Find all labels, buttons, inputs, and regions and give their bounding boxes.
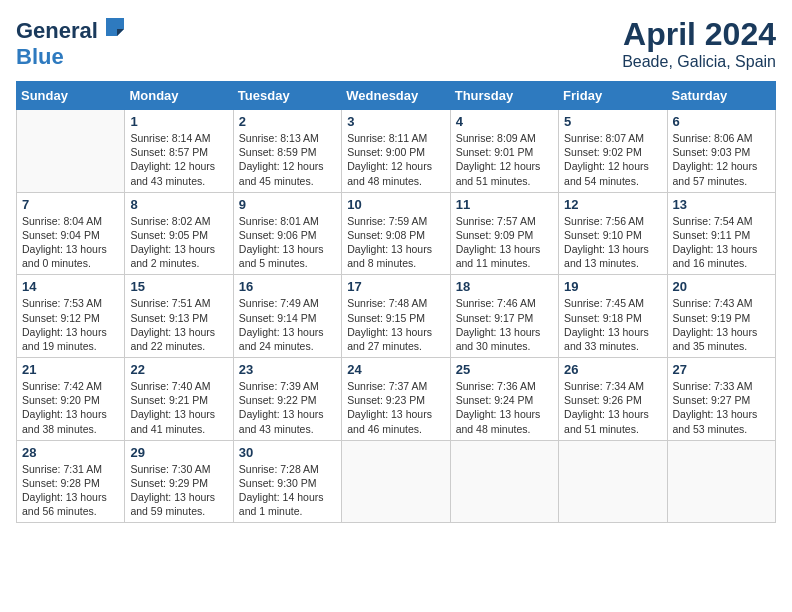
- day-number: 17: [347, 279, 444, 294]
- day-number: 22: [130, 362, 227, 377]
- day-info: Sunrise: 8:04 AMSunset: 9:04 PMDaylight:…: [22, 214, 119, 271]
- svg-marker-1: [117, 29, 124, 36]
- calendar-cell: 10Sunrise: 7:59 AMSunset: 9:08 PMDayligh…: [342, 192, 450, 275]
- calendar-week-3: 14Sunrise: 7:53 AMSunset: 9:12 PMDayligh…: [17, 275, 776, 358]
- day-number: 9: [239, 197, 336, 212]
- calendar-cell: 19Sunrise: 7:45 AMSunset: 9:18 PMDayligh…: [559, 275, 667, 358]
- calendar-cell: 16Sunrise: 7:49 AMSunset: 9:14 PMDayligh…: [233, 275, 341, 358]
- calendar-cell: [17, 110, 125, 193]
- day-info: Sunrise: 7:48 AMSunset: 9:15 PMDaylight:…: [347, 296, 444, 353]
- day-info: Sunrise: 7:30 AMSunset: 9:29 PMDaylight:…: [130, 462, 227, 519]
- day-number: 27: [673, 362, 770, 377]
- header: General Blue April 2024 Beade, Galicia, …: [16, 16, 776, 71]
- day-number: 23: [239, 362, 336, 377]
- day-info: Sunrise: 7:36 AMSunset: 9:24 PMDaylight:…: [456, 379, 553, 436]
- title-area: April 2024 Beade, Galicia, Spain: [622, 16, 776, 71]
- calendar-cell: 20Sunrise: 7:43 AMSunset: 9:19 PMDayligh…: [667, 275, 775, 358]
- weekday-header-wednesday: Wednesday: [342, 82, 450, 110]
- location-title: Beade, Galicia, Spain: [622, 53, 776, 71]
- day-number: 8: [130, 197, 227, 212]
- logo-icon: [104, 16, 126, 38]
- calendar-cell: 5Sunrise: 8:07 AMSunset: 9:02 PMDaylight…: [559, 110, 667, 193]
- calendar-cell: 1Sunrise: 8:14 AMSunset: 8:57 PMDaylight…: [125, 110, 233, 193]
- calendar-cell: 15Sunrise: 7:51 AMSunset: 9:13 PMDayligh…: [125, 275, 233, 358]
- calendar-cell: 3Sunrise: 8:11 AMSunset: 9:00 PMDaylight…: [342, 110, 450, 193]
- calendar-week-2: 7Sunrise: 8:04 AMSunset: 9:04 PMDaylight…: [17, 192, 776, 275]
- day-info: Sunrise: 7:53 AMSunset: 9:12 PMDaylight:…: [22, 296, 119, 353]
- calendar-cell: 14Sunrise: 7:53 AMSunset: 9:12 PMDayligh…: [17, 275, 125, 358]
- day-number: 25: [456, 362, 553, 377]
- calendar-cell: 2Sunrise: 8:13 AMSunset: 8:59 PMDaylight…: [233, 110, 341, 193]
- day-number: 13: [673, 197, 770, 212]
- day-number: 6: [673, 114, 770, 129]
- calendar-cell: 9Sunrise: 8:01 AMSunset: 9:06 PMDaylight…: [233, 192, 341, 275]
- day-number: 5: [564, 114, 661, 129]
- day-info: Sunrise: 8:14 AMSunset: 8:57 PMDaylight:…: [130, 131, 227, 188]
- calendar-body: 1Sunrise: 8:14 AMSunset: 8:57 PMDaylight…: [17, 110, 776, 523]
- day-info: Sunrise: 7:49 AMSunset: 9:14 PMDaylight:…: [239, 296, 336, 353]
- weekday-header-friday: Friday: [559, 82, 667, 110]
- day-info: Sunrise: 8:06 AMSunset: 9:03 PMDaylight:…: [673, 131, 770, 188]
- calendar-cell: 12Sunrise: 7:56 AMSunset: 9:10 PMDayligh…: [559, 192, 667, 275]
- day-number: 15: [130, 279, 227, 294]
- day-info: Sunrise: 7:28 AMSunset: 9:30 PMDaylight:…: [239, 462, 336, 519]
- calendar-cell: 28Sunrise: 7:31 AMSunset: 9:28 PMDayligh…: [17, 440, 125, 523]
- day-info: Sunrise: 7:45 AMSunset: 9:18 PMDaylight:…: [564, 296, 661, 353]
- weekday-header-thursday: Thursday: [450, 82, 558, 110]
- day-number: 1: [130, 114, 227, 129]
- day-number: 20: [673, 279, 770, 294]
- calendar-cell: 17Sunrise: 7:48 AMSunset: 9:15 PMDayligh…: [342, 275, 450, 358]
- calendar-cell: 18Sunrise: 7:46 AMSunset: 9:17 PMDayligh…: [450, 275, 558, 358]
- calendar-cell: 25Sunrise: 7:36 AMSunset: 9:24 PMDayligh…: [450, 358, 558, 441]
- logo-blue: Blue: [16, 44, 64, 69]
- day-info: Sunrise: 7:33 AMSunset: 9:27 PMDaylight:…: [673, 379, 770, 436]
- day-number: 29: [130, 445, 227, 460]
- calendar-cell: 23Sunrise: 7:39 AMSunset: 9:22 PMDayligh…: [233, 358, 341, 441]
- calendar-cell: 6Sunrise: 8:06 AMSunset: 9:03 PMDaylight…: [667, 110, 775, 193]
- day-info: Sunrise: 7:59 AMSunset: 9:08 PMDaylight:…: [347, 214, 444, 271]
- day-info: Sunrise: 7:34 AMSunset: 9:26 PMDaylight:…: [564, 379, 661, 436]
- weekday-header-sunday: Sunday: [17, 82, 125, 110]
- day-info: Sunrise: 7:43 AMSunset: 9:19 PMDaylight:…: [673, 296, 770, 353]
- calendar-cell: [667, 440, 775, 523]
- day-number: 10: [347, 197, 444, 212]
- calendar-cell: 7Sunrise: 8:04 AMSunset: 9:04 PMDaylight…: [17, 192, 125, 275]
- calendar-cell: 26Sunrise: 7:34 AMSunset: 9:26 PMDayligh…: [559, 358, 667, 441]
- day-info: Sunrise: 8:02 AMSunset: 9:05 PMDaylight:…: [130, 214, 227, 271]
- calendar-cell: [342, 440, 450, 523]
- day-number: 7: [22, 197, 119, 212]
- day-number: 30: [239, 445, 336, 460]
- calendar-cell: 13Sunrise: 7:54 AMSunset: 9:11 PMDayligh…: [667, 192, 775, 275]
- weekday-header-tuesday: Tuesday: [233, 82, 341, 110]
- calendar: SundayMondayTuesdayWednesdayThursdayFrid…: [16, 81, 776, 523]
- svg-marker-0: [106, 18, 124, 36]
- day-number: 19: [564, 279, 661, 294]
- day-number: 2: [239, 114, 336, 129]
- day-info: Sunrise: 7:57 AMSunset: 9:09 PMDaylight:…: [456, 214, 553, 271]
- day-number: 28: [22, 445, 119, 460]
- calendar-cell: [450, 440, 558, 523]
- day-number: 4: [456, 114, 553, 129]
- logo: General Blue: [16, 16, 126, 70]
- calendar-week-1: 1Sunrise: 8:14 AMSunset: 8:57 PMDaylight…: [17, 110, 776, 193]
- calendar-cell: 8Sunrise: 8:02 AMSunset: 9:05 PMDaylight…: [125, 192, 233, 275]
- day-info: Sunrise: 7:37 AMSunset: 9:23 PMDaylight:…: [347, 379, 444, 436]
- day-number: 3: [347, 114, 444, 129]
- day-info: Sunrise: 7:51 AMSunset: 9:13 PMDaylight:…: [130, 296, 227, 353]
- day-number: 18: [456, 279, 553, 294]
- calendar-week-5: 28Sunrise: 7:31 AMSunset: 9:28 PMDayligh…: [17, 440, 776, 523]
- day-info: Sunrise: 8:11 AMSunset: 9:00 PMDaylight:…: [347, 131, 444, 188]
- day-info: Sunrise: 7:56 AMSunset: 9:10 PMDaylight:…: [564, 214, 661, 271]
- weekday-header-monday: Monday: [125, 82, 233, 110]
- day-info: Sunrise: 7:42 AMSunset: 9:20 PMDaylight:…: [22, 379, 119, 436]
- calendar-cell: 4Sunrise: 8:09 AMSunset: 9:01 PMDaylight…: [450, 110, 558, 193]
- day-info: Sunrise: 8:09 AMSunset: 9:01 PMDaylight:…: [456, 131, 553, 188]
- day-number: 16: [239, 279, 336, 294]
- day-number: 12: [564, 197, 661, 212]
- calendar-cell: 27Sunrise: 7:33 AMSunset: 9:27 PMDayligh…: [667, 358, 775, 441]
- calendar-cell: 22Sunrise: 7:40 AMSunset: 9:21 PMDayligh…: [125, 358, 233, 441]
- day-info: Sunrise: 7:31 AMSunset: 9:28 PMDaylight:…: [22, 462, 119, 519]
- calendar-week-4: 21Sunrise: 7:42 AMSunset: 9:20 PMDayligh…: [17, 358, 776, 441]
- calendar-cell: 29Sunrise: 7:30 AMSunset: 9:29 PMDayligh…: [125, 440, 233, 523]
- day-info: Sunrise: 8:01 AMSunset: 9:06 PMDaylight:…: [239, 214, 336, 271]
